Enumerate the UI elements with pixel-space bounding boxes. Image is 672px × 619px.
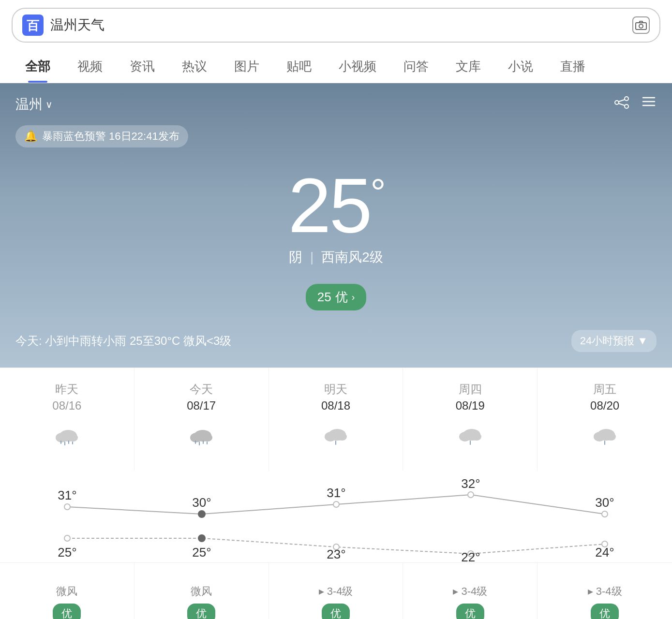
tab-news[interactable]: 资讯 [116,50,168,83]
tab-qa[interactable]: 问答 [390,50,442,83]
svg-point-36 [606,433,616,441]
svg-rect-16 [64,442,65,445]
svg-point-31 [459,432,471,442]
day-label-2: 明天 [277,382,395,397]
weather-card: 温州 ∨ 🔔 暴 [0,83,672,368]
weather-icon-0 [50,422,84,449]
date-label-1: 08/17 [142,399,261,413]
svg-point-40 [333,501,339,507]
svg-line-7 [619,100,625,102]
weather-icon-3 [453,422,487,449]
condition-label: 阴 [289,248,302,266]
svg-point-6 [625,104,628,108]
svg-point-41 [468,492,474,498]
svg-rect-15 [60,441,61,444]
wind-aqi-grid: 微风 优 微风 优 ▸ 3-4级 优 ▸ 3-4级 优 ▸ 3-4级 优 [0,562,672,619]
forecast-col-thu: 周四 08/19 [403,368,538,471]
weather-description: 阴 | 西南风2级 [15,248,657,266]
svg-text:25°: 25° [192,545,211,560]
baidu-logo-icon: 百 [22,15,44,36]
svg-text:30°: 30° [595,495,614,510]
forecast-col-fri: 周五 08/20 [538,368,672,471]
share-icon[interactable] [614,95,629,114]
svg-text:25°: 25° [58,545,76,560]
svg-point-14 [68,434,78,442]
main-temperature-area: 25° 阴 | 西南风2级 25 优 › [15,157,657,315]
svg-rect-29 [335,441,336,445]
wind-col-4: ▸ 3-4级 优 [538,563,672,619]
svg-rect-22 [195,441,196,444]
svg-rect-17 [68,441,69,444]
city-selector[interactable]: 温州 ∨ [15,95,53,114]
svg-point-3 [639,24,643,28]
hourly-forecast-button[interactable]: 24小时预报 ▼ [571,330,657,352]
aqi-badge-2: 优 [322,604,350,619]
wind-col-3: ▸ 3-4级 优 [403,563,538,619]
alert-badge[interactable]: 🔔 暴雨蓝色预警 16日22:41发布 [15,125,188,147]
current-temperature: 25° [15,167,657,244]
svg-text:30°: 30° [192,495,211,510]
tab-novel[interactable]: 小说 [494,50,547,83]
tab-images[interactable]: 图片 [221,50,273,83]
date-label-3: 08/19 [411,399,529,413]
svg-text:31°: 31° [327,486,345,500]
day-label-0: 昨天 [8,382,126,397]
tab-hot[interactable]: 热议 [168,50,221,83]
day-label-1: 今天 [142,382,261,397]
svg-text:23°: 23° [327,547,345,561]
wind-label-3: ▸ 3-4级 [411,584,529,599]
aqi-chevron-icon: › [352,292,355,303]
day-label-3: 周四 [411,382,529,397]
svg-point-32 [472,433,481,441]
wind-col-2: ▸ 3-4级 优 [269,563,403,619]
svg-rect-33 [470,441,471,445]
degree-symbol: ° [370,171,384,214]
aqi-label: 优 [335,289,348,306]
date-label-0: 08/16 [8,399,126,413]
camera-icon[interactable] [632,16,650,34]
nav-tabs: 全部 视频 资讯 热议 图片 贴吧 小视频 问答 文库 小说 直播 [0,50,672,83]
weather-icon-2 [319,422,353,449]
svg-point-42 [602,511,608,517]
today-info: 今天: 小到中雨转小雨 25至30°C 微风<3级 24小时预报 ▼ [15,330,657,352]
menu-icon[interactable] [641,95,657,114]
svg-rect-25 [207,442,208,444]
forecast-col-today: 今天 08/17 [134,368,269,471]
tab-live[interactable]: 直播 [547,50,599,83]
aqi-badge[interactable]: 25 优 › [306,284,367,310]
wind-col-0: 微风 优 [0,563,134,619]
day-label-4: 周五 [545,382,664,397]
chevron-down-icon: ∨ [45,99,53,110]
tab-short-video[interactable]: 小视频 [325,50,390,83]
svg-rect-24 [203,441,204,444]
svg-point-39 [198,511,205,517]
svg-point-38 [64,504,70,510]
dropdown-icon: ▼ [637,335,648,347]
aqi-badge-0: 优 [53,604,81,619]
svg-text:24°: 24° [595,545,614,560]
search-query: 温州天气 [50,16,626,34]
wind-label-0: 微风 [8,584,126,599]
aqi-badge-3: 优 [456,604,484,619]
weather-icon-4 [588,422,622,449]
svg-text:百: 百 [27,18,40,33]
city-label: 温州 [15,95,43,114]
weather-header: 温州 ∨ [15,95,657,114]
svg-point-48 [64,535,70,541]
today-summary: 今天: 小到中雨转小雨 25至30°C 微风<3级 [15,333,231,349]
svg-text:32°: 32° [461,476,480,491]
forecast-col-yesterday: 昨天 08/16 [0,368,134,471]
alert-text: 暴雨蓝色预警 16日22:41发布 [42,129,179,144]
tab-tieba[interactable]: 贴吧 [273,50,325,83]
svg-text:31°: 31° [58,488,76,502]
weather-icon-1 [184,422,218,449]
svg-point-5 [615,101,619,104]
svg-point-28 [337,433,347,441]
tab-video[interactable]: 视频 [64,50,116,83]
svg-point-27 [325,432,336,442]
svg-point-21 [203,434,212,442]
svg-point-35 [594,432,605,442]
tab-all[interactable]: 全部 [12,50,64,83]
search-box[interactable]: 百 温州天气 [12,8,660,43]
tab-library[interactable]: 文库 [442,50,494,83]
